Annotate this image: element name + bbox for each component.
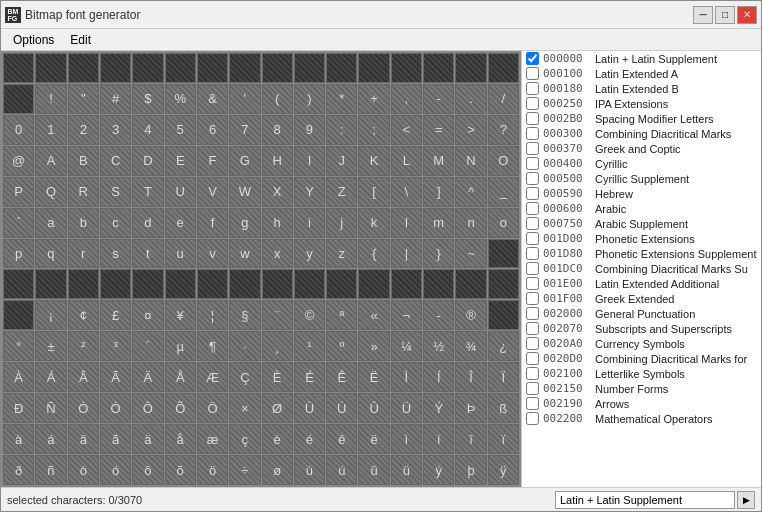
char-cell[interactable]: *: [326, 84, 357, 114]
char-cell[interactable]: µ: [165, 331, 196, 361]
sidebar-checkbox[interactable]: [526, 382, 539, 395]
char-cell[interactable]: =: [423, 115, 454, 145]
sidebar-item[interactable]: 000600Arabic: [522, 201, 761, 216]
sidebar-checkbox[interactable]: [526, 217, 539, 230]
char-cell[interactable]: ¨: [262, 300, 293, 330]
char-cell[interactable]: [132, 269, 163, 299]
char-cell[interactable]: Å: [165, 362, 196, 392]
char-cell[interactable]: [358, 269, 389, 299]
sidebar-item[interactable]: 001DC0Combining Diacritical Marks Su: [522, 261, 761, 276]
char-cell[interactable]: °: [3, 331, 34, 361]
char-cell[interactable]: [: [358, 177, 389, 207]
char-cell[interactable]: ¾: [455, 331, 486, 361]
char-cell[interactable]: Ó: [100, 393, 131, 423]
char-cell[interactable]: ¢: [68, 300, 99, 330]
char-cell[interactable]: õ: [165, 455, 196, 485]
char-cell[interactable]: Ü: [391, 393, 422, 423]
char-cell[interactable]: 3: [100, 115, 131, 145]
char-cell[interactable]: í: [423, 424, 454, 454]
sidebar-checkbox[interactable]: [526, 412, 539, 425]
char-cell[interactable]: «: [358, 300, 389, 330]
char-cell[interactable]: [326, 269, 357, 299]
menu-options[interactable]: Options: [5, 31, 62, 49]
char-cell[interactable]: r: [68, 239, 99, 269]
sidebar-item[interactable]: 0020A0Currency Symbols: [522, 336, 761, 351]
char-cell[interactable]: t: [132, 239, 163, 269]
char-cell[interactable]: ): [294, 84, 325, 114]
char-cell[interactable]: ×: [229, 393, 260, 423]
sidebar-item[interactable]: 001D00Phonetic Extensions: [522, 231, 761, 246]
sidebar-checkbox[interactable]: [526, 127, 539, 140]
char-cell[interactable]: ÷: [229, 455, 260, 485]
char-cell[interactable]: [455, 269, 486, 299]
char-cell[interactable]: $: [132, 84, 163, 114]
char-cell[interactable]: ¸: [262, 331, 293, 361]
sidebar-checkbox[interactable]: [526, 157, 539, 170]
char-cell[interactable]: 6: [197, 115, 228, 145]
char-cell[interactable]: -: [423, 84, 454, 114]
char-cell[interactable]: L: [391, 146, 422, 176]
char-cell[interactable]: [488, 53, 519, 83]
char-cell[interactable]: §: [229, 300, 260, 330]
char-cell[interactable]: a: [35, 208, 66, 238]
char-cell[interactable]: [197, 269, 228, 299]
char-cell[interactable]: 9: [294, 115, 325, 145]
char-cell[interactable]: Õ: [165, 393, 196, 423]
char-cell[interactable]: ¼: [391, 331, 422, 361]
sidebar-item[interactable]: 002190Arrows: [522, 396, 761, 411]
char-cell[interactable]: ê: [326, 424, 357, 454]
char-cell[interactable]: »: [358, 331, 389, 361]
char-cell[interactable]: M: [423, 146, 454, 176]
char-cell[interactable]: ø: [262, 455, 293, 485]
char-cell[interactable]: I: [294, 146, 325, 176]
char-cell[interactable]: Ë: [358, 362, 389, 392]
char-cell[interactable]: [455, 53, 486, 83]
char-cell[interactable]: [197, 53, 228, 83]
sidebar-item[interactable]: 000300Combining Diacritical Marks: [522, 126, 761, 141]
char-cell[interactable]: ": [68, 84, 99, 114]
char-cell[interactable]: ù: [294, 455, 325, 485]
char-cell[interactable]: è: [262, 424, 293, 454]
char-cell[interactable]: ¡: [35, 300, 66, 330]
sidebar-checkbox[interactable]: [526, 52, 539, 65]
char-cell[interactable]: D: [132, 146, 163, 176]
char-cell[interactable]: 1: [35, 115, 66, 145]
char-cell[interactable]: ü: [391, 455, 422, 485]
char-cell[interactable]: d: [132, 208, 163, 238]
char-cell[interactable]: [358, 53, 389, 83]
char-cell[interactable]: Ô: [132, 393, 163, 423]
char-cell[interactable]: W: [229, 177, 260, 207]
char-cell[interactable]: Í: [423, 362, 454, 392]
char-cell[interactable]: ý: [423, 455, 454, 485]
char-cell[interactable]: j: [326, 208, 357, 238]
char-cell[interactable]: .: [455, 84, 486, 114]
char-cell[interactable]: ]: [423, 177, 454, 207]
char-cell[interactable]: w: [229, 239, 260, 269]
char-cell[interactable]: [488, 300, 519, 330]
char-cell[interactable]: ¶: [197, 331, 228, 361]
char-cell[interactable]: [262, 53, 293, 83]
char-cell[interactable]: b: [68, 208, 99, 238]
char-cell[interactable]: Ä: [132, 362, 163, 392]
sidebar-checkbox[interactable]: [526, 247, 539, 260]
char-cell[interactable]: ô: [132, 455, 163, 485]
sidebar-item[interactable]: 002000General Punctuation: [522, 306, 761, 321]
char-cell[interactable]: [423, 269, 454, 299]
char-cell[interactable]: \: [391, 177, 422, 207]
char-cell[interactable]: J: [326, 146, 357, 176]
char-cell[interactable]: 5: [165, 115, 196, 145]
char-cell[interactable]: e: [165, 208, 196, 238]
char-cell[interactable]: Y: [294, 177, 325, 207]
char-cell[interactable]: o: [488, 208, 519, 238]
char-cell[interactable]: ¬: [391, 300, 422, 330]
sidebar-checkbox[interactable]: [526, 307, 539, 320]
char-cell[interactable]: [326, 53, 357, 83]
char-cell[interactable]: ²: [68, 331, 99, 361]
char-cell[interactable]: (: [262, 84, 293, 114]
char-cell[interactable]: 2: [68, 115, 99, 145]
char-cell[interactable]: À: [3, 362, 34, 392]
char-cell[interactable]: [100, 269, 131, 299]
sidebar-item[interactable]: 002150Number Forms: [522, 381, 761, 396]
char-cell[interactable]: Ï: [488, 362, 519, 392]
char-cell[interactable]: m: [423, 208, 454, 238]
